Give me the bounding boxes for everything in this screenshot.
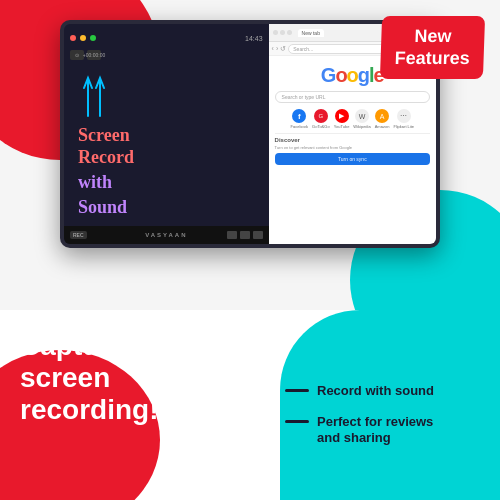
g-letter-o1: o [335, 64, 346, 86]
shortcut-youtube[interactable]: ▶ YouTube [334, 109, 350, 129]
capture-line1: Capture with [20, 330, 190, 361]
toolbar-icon-timer: +00:00:00 [87, 50, 101, 60]
bottom-icons [227, 231, 263, 239]
rec-button[interactable]: REC [70, 231, 87, 239]
youtube-icon: ▶ [335, 109, 349, 123]
capture-headline: Capture with screen recording! [20, 330, 255, 427]
feature-line-1 [285, 389, 309, 392]
facebook-icon: f [292, 109, 306, 123]
shortcut-facebook[interactable]: f Facebook [290, 109, 308, 129]
chrome-reload-icon[interactable]: ↺ [280, 45, 286, 53]
google-search-text: Search or type URL [282, 94, 326, 100]
chrome-dot-1 [273, 30, 278, 35]
features-list: Record with sound Perfect for reviewsand… [275, 310, 500, 500]
feature-text-2: Perfect for reviewsand sharing [317, 414, 433, 448]
discover-label: Discover [275, 137, 430, 143]
dot-green [90, 35, 96, 41]
bottom-icon-3 [253, 231, 263, 239]
wikipedia-icon: W [355, 109, 369, 123]
badge-line1: New [395, 26, 471, 48]
bottom-left-content: Capture with screen recording! [0, 310, 275, 500]
badge-line2: Features [394, 48, 470, 70]
chrome-shortcuts: f Facebook G GoTo&Go ▶ YouTube [290, 109, 414, 129]
discover-description: Turn on to get relevant content from Goo… [275, 145, 430, 150]
svg-text:Record: Record [78, 147, 134, 167]
g-letter-g: g [358, 64, 369, 86]
screen-recording-panel: 14:43 ⊙ +00:00:00 S [64, 24, 269, 244]
chrome-back-icon[interactable]: ‹ [272, 45, 274, 52]
capture-line2: screen [20, 362, 110, 393]
feature-item-1: Record with sound [285, 383, 490, 400]
google-logo: Google [321, 64, 384, 87]
timer-display: 14:43 [245, 35, 263, 42]
g-letter-G: G [321, 64, 336, 86]
toolbar-icons-row: ⊙ +00:00:00 [70, 50, 263, 60]
google-search-bar[interactable]: Search or type URL [275, 91, 430, 103]
dot-yellow [80, 35, 86, 41]
chrome-forward-icon[interactable]: › [276, 45, 278, 52]
shortcut-goto[interactable]: G GoTo&Go [312, 109, 330, 129]
capture-line3: recording! [20, 394, 158, 425]
address-placeholder: Search... [293, 46, 313, 52]
more-icon: ⋯ [397, 109, 411, 123]
bottom-section: Capture with screen recording! Record wi… [0, 310, 500, 500]
handwriting-svg: Screen Record with Sound [70, 66, 270, 226]
monitor-brand: VASYAAN [145, 232, 187, 238]
chrome-window-controls [273, 30, 292, 35]
panel-toolbar: 14:43 [70, 30, 263, 46]
chrome-dot-3 [287, 30, 292, 35]
handwriting-area: Screen Record with Sound [70, 66, 263, 226]
dot-red [70, 35, 76, 41]
svg-text:with: with [78, 172, 112, 192]
bottom-icon-1 [227, 231, 237, 239]
bottom-icon-2 [240, 231, 250, 239]
new-features-badge: New Features [380, 16, 485, 79]
shortcut-amazon[interactable]: A Amazon [375, 109, 390, 129]
shortcut-wikipedia[interactable]: W Wikipedia [353, 109, 370, 129]
chrome-dot-2 [280, 30, 285, 35]
shortcut-more[interactable]: ⋯ Flipkart Lite [393, 109, 414, 129]
discover-section: Discover Turn on to get relevant content… [275, 133, 430, 165]
g-letter-o2: o [347, 64, 358, 86]
page-wrapper: New Features 14:43 ⊙ [0, 0, 500, 500]
feature-line-2 [285, 420, 309, 423]
svg-text:Screen: Screen [78, 125, 130, 145]
chrome-tab[interactable]: New tab [298, 29, 324, 37]
amazon-icon: A [375, 109, 389, 123]
feature-item-2: Perfect for reviewsand sharing [285, 414, 490, 448]
feature-text-1: Record with sound [317, 383, 434, 400]
sync-button[interactable]: Turn on sync [275, 153, 430, 165]
goto-icon: G [314, 109, 328, 123]
svg-text:Sound: Sound [78, 197, 127, 217]
top-section: New Features 14:43 ⊙ [0, 0, 500, 310]
